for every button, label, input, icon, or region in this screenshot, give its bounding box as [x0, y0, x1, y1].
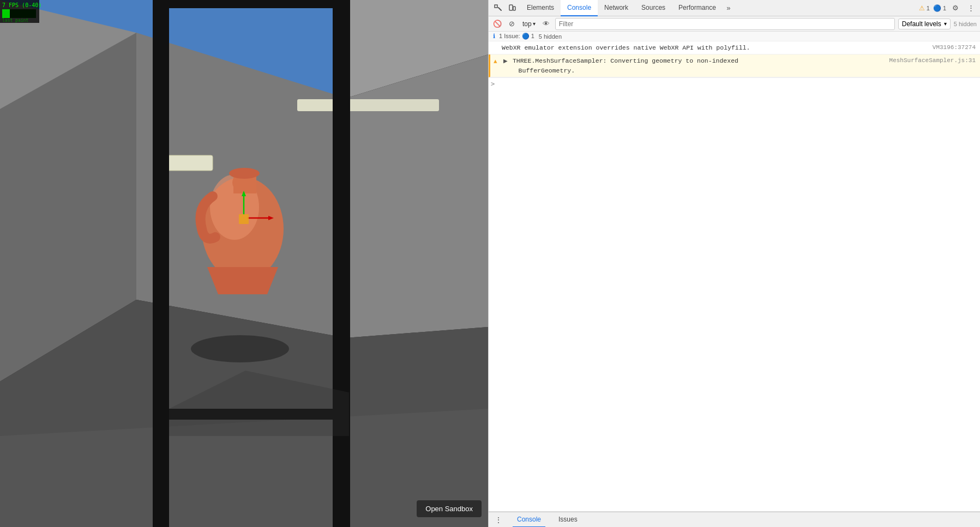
device-toolbar-button[interactable] — [506, 2, 518, 14]
bottom-more-button[interactable]: ⋮ — [493, 514, 504, 525]
tab-sources[interactable]: Sources — [635, 0, 672, 16]
svg-text:7 FPS (0-40): 7 FPS (0-40) — [2, 2, 41, 8]
devtools-topbar: Elements Console Network Sources Perform… — [489, 0, 980, 16]
filter-input[interactable] — [555, 18, 895, 30]
svg-rect-37 — [513, 7, 515, 10]
stop-button[interactable]: ⊘ — [506, 19, 517, 29]
bottom-tab-console[interactable]: Console — [513, 512, 545, 528]
msg-source-1[interactable]: VM3196:37274 — [933, 43, 976, 52]
hidden-issues: 5 hidden — [539, 33, 562, 40]
svg-marker-5 — [346, 54, 488, 338]
bottom-tab-issues[interactable]: Issues — [554, 512, 582, 528]
issues-indicator: ℹ 1 Issue: 🔵 1 — [493, 33, 534, 40]
svg-text:last paint: last paint — [2, 18, 28, 23]
clear-console-button[interactable]: 🚫 — [492, 19, 503, 29]
svg-rect-33 — [2, 9, 10, 18]
svg-rect-27 — [239, 214, 249, 224]
console-message-1: VM3196:37274 WebXR emulator extension ov… — [489, 41, 980, 54]
devtools-bottom-bar: ⋮ Console Issues — [489, 512, 980, 527]
svg-rect-13 — [153, 0, 169, 527]
more-tabs-button[interactable]: » — [723, 2, 735, 14]
svg-rect-36 — [509, 5, 513, 10]
tab-elements[interactable]: Elements — [520, 0, 561, 16]
devtools-tabs: Elements Console Network Sources Perform… — [520, 0, 917, 16]
devtools-topbar-right: ⚠ 1 🔵 1 ⚙ ⋮ — [919, 2, 977, 14]
devtools-panel: Elements Console Network Sources Perform… — [488, 0, 980, 527]
console-input[interactable] — [498, 80, 978, 88]
msg-source-2[interactable]: MeshSurfaceSampler.js:31 — [889, 56, 976, 65]
svg-rect-9 — [164, 155, 213, 171]
tab-network[interactable]: Network — [598, 0, 635, 16]
msg-text-2: THREE.MeshSurfaceSampler: Converting geo… — [503, 57, 738, 74]
inspect-element-button[interactable] — [492, 2, 504, 14]
svg-point-21 — [229, 168, 260, 179]
settings-button[interactable]: ⚙ — [949, 2, 961, 14]
msg-text-1: WebXR emulator extension overrides nativ… — [502, 44, 750, 51]
console-prompt: > — [491, 80, 495, 88]
chevron-down-icon: ▾ — [533, 21, 536, 27]
console-toolbar: 🚫 ⊘ top ▾ 👁 Default levels ▾ 5 hidden — [489, 16, 980, 32]
svg-rect-35 — [495, 5, 497, 8]
warning-icon: ⚠ — [919, 4, 925, 12]
hidden-count: 5 hidden — [954, 21, 977, 27]
console-messages: ℹ 1 Issue: 🔵 1 5 hidden VM3196:37274 Web… — [489, 32, 980, 512]
errors-badge: 🔵 1 — [933, 4, 946, 12]
more-options-button[interactable]: ⋮ — [965, 2, 977, 14]
console-message-2: ▲ ▶ MeshSurfaceSampler.js:31 THREE.MeshS… — [489, 54, 980, 77]
svg-point-28 — [191, 335, 289, 362]
expand-warning-button[interactable]: ▶ — [503, 58, 508, 64]
context-selector[interactable]: top ▾ — [520, 19, 538, 29]
viewport-panel: 7 FPS (0-40) last paint Open Sandbox — [0, 0, 488, 527]
svg-rect-15 — [153, 0, 350, 8]
warnings-badge: ⚠ 1 — [919, 4, 930, 12]
log-level-dropdown[interactable]: Default levels ▾ — [898, 19, 951, 29]
info-icon: 🔵 — [933, 4, 941, 12]
svg-marker-22 — [207, 267, 278, 294]
chevron-down-icon: ▾ — [944, 21, 947, 27]
tab-performance[interactable]: Performance — [672, 0, 723, 16]
tab-console[interactable]: Console — [561, 0, 598, 16]
eye-button[interactable]: 👁 — [541, 19, 552, 29]
open-sandbox-button[interactable]: Open Sandbox — [417, 500, 482, 517]
console-input-area: > — [489, 77, 980, 90]
warning-triangle-icon: ▲ — [494, 57, 497, 66]
svg-rect-12 — [346, 99, 439, 111]
svg-rect-14 — [333, 0, 350, 527]
